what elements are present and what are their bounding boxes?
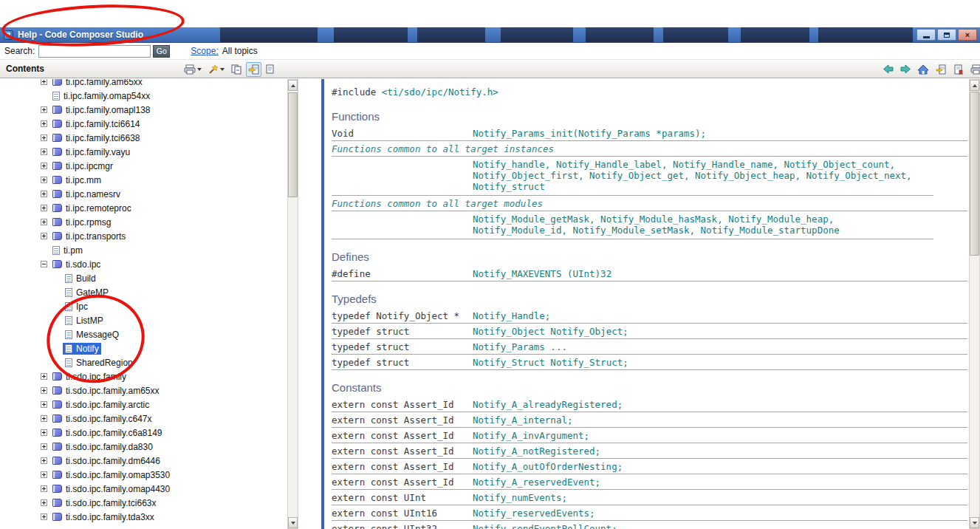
tree-item-body[interactable]: ti.ipc.family.vayu [50,146,132,158]
tree-item[interactable]: ti.ipc.family.tci6614 [0,117,287,131]
tree-item[interactable]: ti.sdo.ipc.family.c6a8149 [0,426,287,440]
tree-item[interactable]: ti.ipc.transports [0,229,287,243]
content-scroll-up-button[interactable] [970,80,979,91]
api-link[interactable]: Notify_Module_setMask [572,225,700,236]
tree-item-body[interactable]: ti.ipc.ipcmgr [50,160,115,172]
close-button[interactable]: × [958,29,977,41]
tree-item-body[interactable]: ti.ipc.namesrv [50,188,123,200]
api-link[interactable]: Notify_Params [473,341,545,352]
print-page-button[interactable] [968,62,980,77]
tree-item[interactable]: ti.pm [0,243,287,257]
tree-item[interactable]: Ipc [0,299,287,313]
tree-item[interactable]: ti.sdo.ipc.family.arctic [0,397,287,412]
api-link[interactable]: Notify_A_notRegistered [473,446,595,457]
tree-scroll-down-button[interactable] [288,517,298,528]
api-link[interactable]: Notify_Object_get [589,170,695,181]
tree-expander-icon[interactable] [41,233,47,239]
tree-item[interactable]: ti.ipc.rpmsg [0,215,287,229]
api-link[interactable]: Notify_Module_heap [728,214,834,225]
api-link[interactable]: Notify_Handle_label [556,159,673,170]
tree-expander-icon[interactable] [41,149,47,155]
tree-item-body[interactable]: ti.sdo.ipc.family.dm6446 [50,455,162,467]
tree-item[interactable]: ti.ipc.namesrv [0,187,287,201]
tree-item[interactable]: ti.sdo.ipc.family.da830 [0,440,287,454]
tree-item-body[interactable]: ti.sdo.ipc [50,259,103,270]
tree-item-body[interactable]: ti.ipc.mm [50,174,103,186]
tree-expander-icon[interactable] [41,471,47,478]
tree-item-body[interactable]: Ipc [63,301,90,313]
api-link[interactable]: Notify_Object_next [806,170,912,181]
api-link[interactable]: Notify_A_alreadyRegistered [473,399,617,410]
api-link[interactable]: Notify_Params_init [473,128,572,139]
api-link[interactable]: Notify_sendEventPollCount [473,523,611,529]
tree-expander-icon[interactable] [41,106,47,113]
tree-item[interactable]: ListMP [0,313,287,327]
tree-scrollbar-thumb[interactable] [288,92,298,197]
api-link[interactable]: Notify_A_invArgument [473,430,584,441]
minimize-button[interactable] [916,29,936,41]
tree-item-body[interactable]: ti.sdo.ipc.family.omap4430 [50,483,172,495]
api-link[interactable]: Notify_Handle_name [673,159,784,170]
tree-item-body[interactable]: ti.ipc.family.omap54xx [50,90,152,102]
tree-item[interactable]: ti.ipc.mm [0,173,287,187]
tree-item-body[interactable]: SharedRegion [63,357,135,369]
search-go-button[interactable]: Go [153,45,170,58]
show-all-topics-button[interactable] [264,62,276,77]
tree-item[interactable]: SharedRegion [0,355,287,369]
tree-item-body[interactable]: ti.sdo.ipc.family.c6a8149 [50,427,165,439]
home-button[interactable] [915,62,931,77]
sync-with-contents-button[interactable] [933,62,949,77]
api-link[interactable]: Notify_Object [473,326,545,337]
content-scroll-down-button[interactable] [970,517,979,528]
tree-item[interactable]: ti.ipc.ipcmgr [0,159,287,173]
tree-item-body[interactable]: ti.ipc.family.tci6638 [50,132,142,144]
api-link[interactable]: Notify_struct [473,181,545,192]
tree-expander-icon[interactable] [41,457,47,464]
tree-expander-icon[interactable] [41,205,47,211]
api-link[interactable]: Notify_Object_count [784,159,896,170]
tree-expander-icon[interactable] [41,499,47,506]
tree-item[interactable]: ti.sdo.ipc.family.dm6446 [0,454,287,468]
tree-expander-icon[interactable] [41,177,47,183]
scope-link[interactable]: Scope: [191,46,218,56]
tree-item-body[interactable]: ti.sdo.ipc.family.c647x [50,413,154,425]
tree-item[interactable]: ti.sdo.ipc.family.am65xx [0,383,287,397]
nav-back-button[interactable] [880,62,896,77]
tree-item-body[interactable]: ti.sdo.ipc.family.am65xx [50,385,162,397]
collapse-all-button[interactable] [229,62,244,77]
include-header-link[interactable]: <ti/sdo/ipc/Notify.h> [382,86,498,98]
bookmark-document-button[interactable] [950,62,967,77]
tree-item-body[interactable]: ti.sdo.ipc.family.tda3xx [50,511,157,523]
api-link[interactable]: Notify_Object_first [473,170,589,181]
tree-item-body[interactable]: ti.ipc.rpmsg [50,216,113,228]
tree-item-body[interactable]: ti.sdo.ipc.family [50,371,129,383]
tree-expander-icon[interactable] [41,387,47,394]
tree-expander-icon[interactable] [41,219,47,225]
tree-expander-icon[interactable] [41,415,47,422]
tree-item[interactable]: ti.ipc.family.tci6638 [0,131,287,145]
tree-item[interactable]: ti.sdo.ipc.family.tci663x [0,496,287,510]
tree-item-body[interactable]: ti.sdo.ipc.family.omap3530 [50,469,172,481]
api-link[interactable]: Notify_Module_hasMask [600,214,728,225]
tree-expander-icon[interactable] [41,485,47,492]
tree-item-body[interactable]: ti.sdo.ipc.family.tci663x [50,497,159,509]
tree-expander-icon[interactable] [41,163,47,169]
api-link[interactable]: Notify_reservedEvents [473,508,589,519]
tree-expander-icon[interactable] [41,79,47,85]
search-input[interactable] [38,45,151,58]
tree-item[interactable]: ti.sdo.ipc.family.omap4430 [0,482,287,496]
tree-expander-icon[interactable] [41,120,47,127]
tree-item-body[interactable]: Build [63,273,98,284]
api-link[interactable]: Notify_A_reservedEvent [473,477,595,488]
tree-item-body[interactable]: Notify [63,343,101,355]
tree-item-body[interactable]: ListMP [63,315,106,327]
api-link[interactable]: Notify_Module_id [473,225,572,236]
tree-item[interactable]: ti.sdo.ipc.family.omap3530 [0,468,287,482]
tree-expander-icon[interactable] [41,191,47,197]
print-topic-button[interactable] [182,62,204,77]
tree-item[interactable]: ti.ipc.family.omapl138 [0,103,287,117]
tree-scroll-up-button[interactable] [288,80,298,91]
tree-item-body[interactable]: ti.ipc.transports [50,231,128,242]
nav-forward-button[interactable] [897,62,914,77]
tree-item[interactable]: ti.ipc.remoteproc [0,201,287,215]
